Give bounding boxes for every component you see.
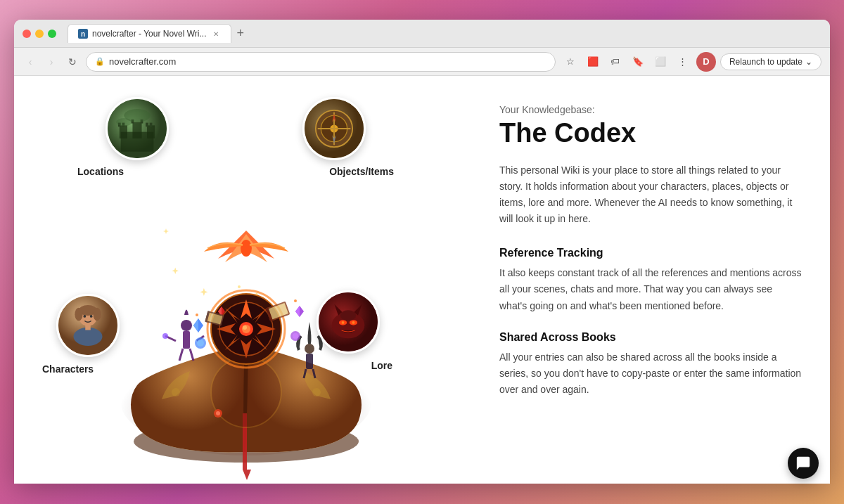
svg-point-42 xyxy=(312,388,321,396)
new-tab-button[interactable]: + xyxy=(234,26,248,41)
close-window-button[interactable] xyxy=(23,30,31,38)
extension-button-1[interactable]: 🟥 xyxy=(584,53,602,71)
fullscreen-window-button[interactable] xyxy=(48,30,56,38)
svg-marker-44 xyxy=(243,470,251,480)
svg-rect-4 xyxy=(132,122,141,138)
page-title: The Codex xyxy=(499,118,802,148)
svg-point-90 xyxy=(293,333,298,339)
svg-point-85 xyxy=(238,285,241,288)
tab-bar: n novelcrafter - Your Novel Wri... ✕ + xyxy=(68,24,821,43)
back-button[interactable]: ‹ xyxy=(23,54,38,70)
tab-favicon-icon: n xyxy=(78,29,88,39)
page-content: Locations xyxy=(14,76,830,484)
svg-point-66 xyxy=(305,344,314,354)
svg-rect-7 xyxy=(146,123,148,127)
objects-label: Objects/Items xyxy=(329,166,394,177)
section-1-title: Reference Tracking xyxy=(499,247,802,259)
svg-marker-81 xyxy=(172,267,179,274)
intro-paragraph: This personal Wiki is your place to stor… xyxy=(499,162,802,227)
lock-icon: 🔒 xyxy=(95,57,105,66)
svg-point-84 xyxy=(294,299,297,302)
objects-circle xyxy=(302,97,366,160)
active-tab[interactable]: n novelcrafter - Your Novel Wri... ✕ xyxy=(68,24,231,43)
svg-rect-67 xyxy=(306,354,313,369)
svg-rect-3 xyxy=(147,125,155,138)
svg-point-86 xyxy=(256,293,258,295)
menu-button[interactable]: ⋮ xyxy=(674,53,692,71)
traffic-lights xyxy=(23,30,56,38)
svg-point-61 xyxy=(181,320,192,331)
share-button[interactable]: ⬜ xyxy=(651,53,670,71)
refresh-button[interactable]: ↻ xyxy=(65,54,80,70)
forward-button[interactable]: › xyxy=(44,54,59,70)
bookmark-button[interactable]: ☆ xyxy=(561,53,580,71)
svg-marker-80 xyxy=(200,288,207,296)
relaunch-chevron-icon: ⌄ xyxy=(805,57,812,67)
svg-marker-69 xyxy=(193,318,198,332)
svg-point-59 xyxy=(243,325,247,330)
browser-titlebar: n novelcrafter - Your Novel Wri... ✕ + xyxy=(14,20,830,48)
user-avatar[interactable]: D xyxy=(696,52,716,72)
codex-illustration: Locations xyxy=(14,76,478,484)
extension-button-2[interactable]: 🏷 xyxy=(606,53,625,71)
locations-circle xyxy=(106,97,169,160)
extension-button-3[interactable]: 🔖 xyxy=(629,53,647,71)
svg-rect-2 xyxy=(120,125,127,138)
relaunch-button[interactable]: Relaunch to update ⌄ xyxy=(720,53,821,70)
tab-close-button[interactable]: ✕ xyxy=(211,29,221,39)
svg-point-88 xyxy=(197,340,204,347)
book-illustration xyxy=(77,202,415,484)
browser-window: n novelcrafter - Your Novel Wri... ✕ + ‹… xyxy=(14,20,830,484)
relaunch-label: Relaunch to update xyxy=(729,57,803,67)
svg-marker-71 xyxy=(295,306,300,317)
svg-rect-62 xyxy=(183,331,190,349)
address-bar[interactable]: 🔒 novelcrafter.com xyxy=(86,52,556,72)
text-panel: Your Knowledgebase: The Codex This perso… xyxy=(478,76,830,484)
svg-rect-8 xyxy=(150,123,153,127)
section-2-text: All your entries can also be shared acro… xyxy=(499,349,802,398)
svg-marker-82 xyxy=(163,228,169,234)
locations-label: Locations xyxy=(77,166,124,177)
nav-action-buttons: ☆ 🟥 🏷 🔖 ⬜ ⋮ D Relaunch to update ⌄ xyxy=(561,52,821,72)
svg-point-83 xyxy=(196,314,198,316)
minimize-window-button[interactable] xyxy=(35,30,44,38)
address-text: novelcrafter.com xyxy=(109,56,176,67)
browser-navbar: ‹ › ↻ 🔒 novelcrafter.com ☆ 🟥 🏷 🔖 ⬜ ⋮ D R… xyxy=(14,48,830,76)
page-subtitle: Your Knowledgebase: xyxy=(499,104,802,115)
svg-point-60 xyxy=(241,240,252,257)
svg-point-12 xyxy=(116,118,132,126)
section-1-text: It also keeps constant track of all the … xyxy=(499,265,802,314)
svg-point-41 xyxy=(172,388,180,396)
chat-fab-button[interactable] xyxy=(788,448,819,479)
svg-point-65 xyxy=(162,333,168,339)
illustration-panel: Locations xyxy=(14,76,478,484)
tab-title: novelcrafter - Your Novel Wri... xyxy=(92,29,207,39)
svg-point-92 xyxy=(216,411,220,415)
section-2-title: Shared Across Books xyxy=(499,331,802,344)
